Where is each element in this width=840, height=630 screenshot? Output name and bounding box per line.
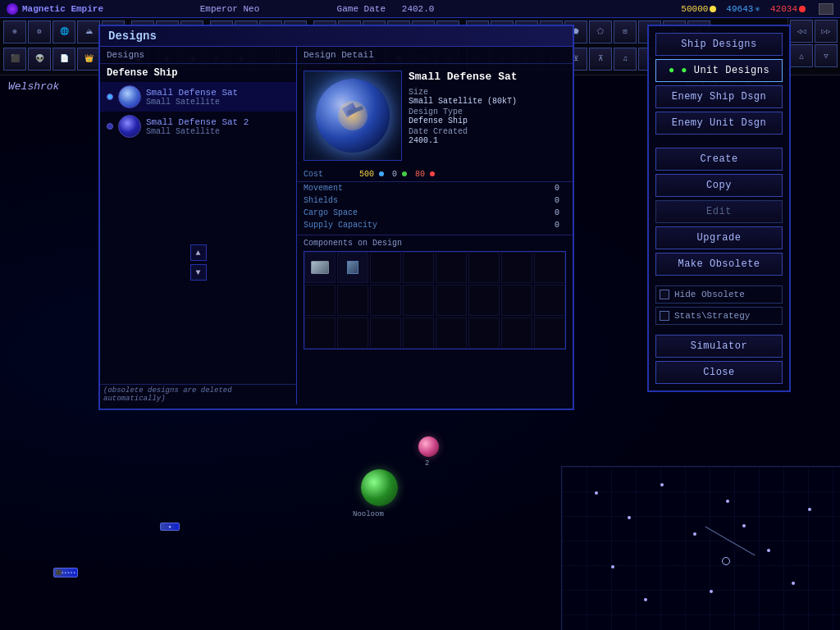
comp-cell-3-2[interactable] <box>337 317 368 349</box>
comp-cell-3-1[interactable] <box>304 317 336 349</box>
ship-designs-btn[interactable]: Ship Designs <box>655 33 783 56</box>
cost-red-val: 80 <box>415 170 436 179</box>
simulator-btn[interactable]: Simulator <box>655 335 783 358</box>
nav-up-btn[interactable]: △ <box>790 44 813 67</box>
make-obsolete-btn[interactable]: Make Obsolete <box>655 253 783 276</box>
comp-cell-3-4[interactable] <box>403 317 434 349</box>
shields-row: Shields 0 <box>304 194 566 207</box>
nav-prev-btn[interactable]: ◁◁ <box>790 20 813 43</box>
toolbar-btn-3[interactable]: 🌐 <box>52 21 75 43</box>
toolbar-btn-2[interactable]: ⚙ <box>28 21 51 43</box>
stats-strategy-checkbox[interactable] <box>660 311 669 321</box>
comp-cell-3-5[interactable] <box>436 317 467 349</box>
comp-cell-2-8[interactable] <box>534 285 565 316</box>
top-bar: Magnetic Empire Emperor Neo Game Date 24… <box>0 0 840 18</box>
ship-image-box <box>304 71 402 161</box>
copy-btn[interactable]: Copy <box>655 174 783 197</box>
comp-cell-3-3[interactable] <box>370 317 401 349</box>
minimap-dot-7 <box>611 565 614 568</box>
comp-cell-2-7[interactable] <box>501 285 532 316</box>
small-ship-indicator-2[interactable]: ● <box>160 523 180 531</box>
cargo-value: 0 <box>555 208 559 217</box>
comp-cell-1-4[interactable] <box>403 252 434 283</box>
comp-cell-2-6[interactable] <box>468 285 500 316</box>
comp-cell-1-5[interactable] <box>436 252 467 283</box>
stats-strategy-row[interactable]: Stats\Strategy <box>655 307 783 325</box>
detail-ship-name: Small Defense Sat <box>409 71 566 83</box>
hide-obsolete-row[interactable]: Hide Obsolete <box>655 285 783 304</box>
nav-next-btn[interactable]: ▷▷ <box>815 20 838 43</box>
unit-designs-btn[interactable]: ● Unit Designs <box>655 59 783 82</box>
minimap-grid <box>562 467 840 630</box>
toolbar-btn-r2-2[interactable]: 👽 <box>28 48 51 71</box>
toolbar-btn-25[interactable]: ⊡ <box>614 21 637 43</box>
hide-obsolete-checkbox[interactable] <box>660 290 669 299</box>
blue-value: 49643 <box>726 4 753 14</box>
comp-cell-2-5[interactable] <box>436 285 467 316</box>
comp-cell-2-1[interactable] <box>304 285 336 316</box>
toolbar-btn-r2-1[interactable]: ⬛ <box>3 48 26 71</box>
comp-cell-3-8[interactable] <box>534 317 565 349</box>
cost-label: Cost <box>304 170 353 179</box>
minimap-dot-6 <box>808 508 811 511</box>
create-btn[interactable]: Create <box>655 148 783 171</box>
cost-row: Cost 500 0 80 <box>297 167 573 182</box>
detail-content: Small Defense Sat Size Small Satellite (… <box>297 64 573 167</box>
comp-cell-3-6[interactable] <box>468 317 500 349</box>
toolbar-btn-4[interactable]: ⛰ <box>77 21 100 43</box>
size-row: Size Small Satellite (80kT) <box>409 88 566 106</box>
cost-green-dot <box>402 171 407 176</box>
minimize-button[interactable] <box>819 3 833 15</box>
ship-item-1[interactable]: Small Defense Sat Small Satellite <box>100 82 296 112</box>
planet-pink[interactable] <box>418 436 439 457</box>
detail-info: Small Defense Sat Size Small Satellite (… <box>409 71 566 161</box>
comp-cell-1-8[interactable] <box>534 252 565 283</box>
minimap-dot-4 <box>726 500 729 503</box>
comp-cell-1-7[interactable] <box>501 252 532 283</box>
comp-cell-1-1[interactable] <box>304 252 336 283</box>
ship-info-1: Small Defense Sat Small Satellite <box>146 88 290 107</box>
enemy-unit-btn[interactable]: Enemy Unit Dsgn <box>655 112 783 135</box>
toolbar-btn-24[interactable]: ⬠ <box>589 21 612 43</box>
upgrade-btn[interactable]: Upgrade <box>655 226 783 249</box>
gold-icon <box>710 6 716 12</box>
gold-resource: 50000 <box>681 4 716 14</box>
logo-icon <box>7 3 18 15</box>
ship-indicator-1 <box>107 94 113 100</box>
cargo-row: Cargo Space 0 <box>304 207 566 219</box>
ship-item-2[interactable]: Small Defense Sat 2 Small Satellite <box>100 112 296 141</box>
designs-list-panel: Designs Defense Ship Small Defense Sat S… <box>100 47 297 404</box>
close-btn[interactable]: Close <box>655 361 783 384</box>
minimap-dot-11 <box>792 582 795 585</box>
comp-cell-1-2[interactable] <box>337 252 368 283</box>
comp-cell-2-4[interactable] <box>403 285 434 316</box>
red-value: 42034 <box>770 4 797 14</box>
planet-nooloom[interactable] <box>361 469 398 506</box>
ship-info-2: Small Defense Sat 2 Small Satellite <box>146 117 290 136</box>
small-ship-indicator[interactable]: ⬛▪▪▪▪▪ <box>53 568 78 578</box>
blue-resource: 49643 ✳ <box>726 3 760 14</box>
emperor-name: Emperor Neo <box>148 4 312 14</box>
planet-2-label: 2 <box>425 459 429 468</box>
comp-cell-2-3[interactable] <box>370 285 401 316</box>
design-type-row: Design Type Defense Ship <box>409 107 566 126</box>
design-detail-panel: Design Detail Small Defense Sat Size Sma… <box>297 47 573 404</box>
ship-name-2: Small Defense Sat 2 <box>146 117 290 127</box>
toolbar-btn-r2-3[interactable]: 📄 <box>52 48 75 71</box>
comp-cell-1-6[interactable] <box>468 252 500 283</box>
enemy-ship-btn[interactable]: Enemy Ship Dsgn <box>655 85 783 108</box>
comp-cell-3-7[interactable] <box>501 317 532 349</box>
scroll-down-btn[interactable]: ▼ <box>190 264 207 281</box>
minimap-dot-2 <box>660 483 664 486</box>
comp-cell-1-3[interactable] <box>370 252 401 283</box>
nav-down-btn[interactable]: ▽ <box>815 44 838 67</box>
scroll-up-btn[interactable]: ▲ <box>190 244 207 261</box>
toolbar-btn-1[interactable]: ⊕ <box>3 21 26 43</box>
toolbar-btn-r2-4[interactable]: 👑 <box>77 48 100 71</box>
toolbar-btn-r2-24[interactable]: ⊼ <box>589 48 612 71</box>
location-left: Welshrok <box>8 80 59 93</box>
shields-value: 0 <box>555 196 559 205</box>
toolbar-btn-r2-25[interactable]: ♫ <box>614 48 637 71</box>
edit-btn[interactable]: Edit <box>655 200 783 223</box>
comp-cell-2-2[interactable] <box>337 285 368 316</box>
